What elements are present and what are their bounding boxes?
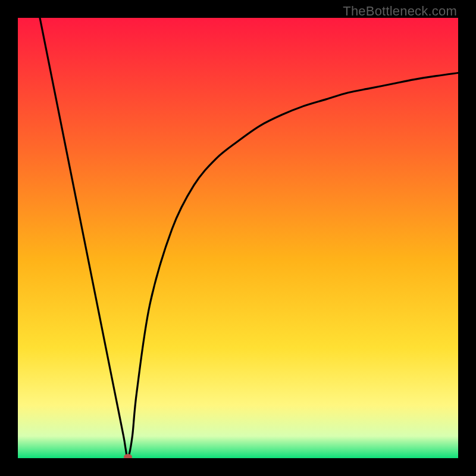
chart-svg: [18, 18, 458, 458]
chart-frame: [18, 18, 458, 458]
watermark-text: TheBottleneck.com: [343, 4, 457, 19]
